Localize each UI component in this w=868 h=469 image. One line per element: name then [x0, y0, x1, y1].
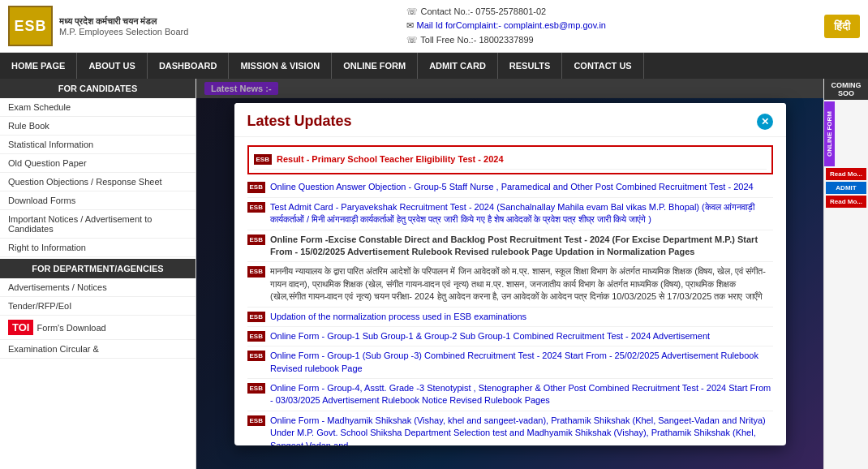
- modal-item-1: ESB Online Question Answer Objection - G…: [247, 178, 773, 197]
- dept-header: FOR DEPARTMENT/AGENCIES: [0, 259, 196, 278]
- contact-info: ☏ Contact No.:- 0755-2578801-02 ✉ Mail I…: [406, 5, 606, 48]
- item-link-2[interactable]: Test Admit Card - Paryavekshak Recruitme…: [270, 201, 773, 226]
- read-more-button-2[interactable]: Read Mo...: [826, 196, 866, 208]
- item-link-3[interactable]: Online Form -Excise Constable Direct and…: [270, 234, 773, 259]
- read-more-button-1[interactable]: Read Mo...: [826, 168, 866, 180]
- mail-info: ✉ Mail Id forComplaint:- complaint.esb@m…: [406, 19, 606, 33]
- navbar: HOME PAGE ABOUT US DASHBOARD MISSION & V…: [0, 53, 868, 79]
- sidebar-item-advertisements[interactable]: Advertisements / Notices: [0, 278, 196, 297]
- right-panel: COMING SOO ONLINE FORM Read Mo... ADMIT …: [823, 79, 868, 469]
- modal-item-6: ESB Online Form - Group-1 Sub Group-1 & …: [247, 327, 773, 346]
- sidebar-item-tender[interactable]: Tender/RFP/EoI: [0, 297, 196, 316]
- item-link-6[interactable]: Online Form - Group-1 Sub Group-1 & Grou…: [270, 330, 710, 342]
- toi-badge: TOI: [8, 320, 33, 335]
- hindi-button[interactable]: हिंदी: [824, 15, 860, 38]
- sidebar-item-download-forms[interactable]: Download Forms: [0, 191, 196, 210]
- item-link-8[interactable]: Online Form - Group-4, Asstt. Grade -3 S…: [270, 382, 773, 407]
- updates-modal: Latest Updates ✕ ESB Result - Primary Sc…: [234, 103, 786, 445]
- nav-dashboard[interactable]: DASHBOARD: [148, 53, 230, 79]
- modal-body: ESB Result - Primary School Teacher Elig…: [234, 137, 786, 445]
- nav-results[interactable]: RESULTS: [498, 53, 563, 79]
- admit-badge: ADMIT: [826, 182, 866, 194]
- nav-about[interactable]: ABOUT US: [77, 53, 147, 79]
- sidebar-item-rule-book[interactable]: Rule Book: [0, 117, 196, 136]
- sidebar-item-exam-circular[interactable]: Examination Circular &: [0, 340, 196, 359]
- item-icon-9: ESB: [247, 415, 265, 426]
- item-link-7[interactable]: Online Form - Group-1 (Sub Group -3) Com…: [270, 350, 773, 375]
- item-icon-1: ESB: [247, 182, 265, 192]
- coming-soon-label: COMING SOO: [824, 79, 868, 100]
- nav-home[interactable]: HOME PAGE: [0, 53, 77, 79]
- item-icon-7: ESB: [247, 351, 265, 361]
- logo-text: ESB: [14, 18, 46, 35]
- modal-item-7: ESB Online Form - Group-1 (Sub Group -3)…: [247, 346, 773, 379]
- logo-box: ESB: [8, 6, 53, 46]
- item-icon-5: ESB: [247, 312, 265, 322]
- modal-overlay: Latest Updates ✕ ESB Result - Primary Sc…: [196, 79, 823, 469]
- main-layout: FOR CANDIDATES Exam Schedule Rule Book S…: [0, 79, 868, 469]
- item-link-1[interactable]: Online Question Answer Objection - Group…: [270, 181, 754, 193]
- nav-contact[interactable]: CONTACT US: [562, 53, 643, 79]
- modal-item-4: ESB माननीय न्यायालय के द्वारा पारित अंतर…: [247, 262, 773, 307]
- item-icon-6: ESB: [247, 331, 265, 342]
- content-area: Latest News :- Welcome Latest Updates ✕ …: [196, 79, 823, 469]
- sidebar: FOR CANDIDATES Exam Schedule Rule Book S…: [0, 79, 196, 469]
- online-form-badge: ONLINE FORM: [824, 101, 835, 166]
- item-icon-2: ESB: [247, 202, 265, 213]
- modal-item-8: ESB Online Form - Group-4, Asstt. Grade …: [247, 379, 773, 411]
- logo-area: ESB मध्य प्रदेश कर्मचारी चयन मंडल M.P. E…: [8, 6, 188, 46]
- candidates-header: FOR CANDIDATES: [0, 79, 196, 98]
- item-icon-3: ESB: [247, 234, 265, 245]
- sidebar-item-objections[interactable]: Question Objections / Response Sheet: [0, 173, 196, 191]
- item-link-0[interactable]: Result - Primary School Teacher Eligibil…: [277, 153, 504, 166]
- phone-icon: ☏: [406, 6, 420, 16]
- tollfree-info: ☏ Toll Free No.:- 18002337899: [406, 33, 606, 48]
- modal-item-0: ESB Result - Primary School Teacher Elig…: [254, 150, 767, 170]
- modal-item-2: ESB Test Admit Card - Paryavekshak Recru…: [247, 198, 773, 230]
- modal-item-3: ESB Online Form -Excise Constable Direct…: [247, 230, 773, 263]
- org-english: M.P. Employees Selection Board: [59, 27, 188, 37]
- featured-modal-item: ESB Result - Primary School Teacher Elig…: [247, 145, 773, 174]
- item-icon-4: ESB: [247, 266, 265, 277]
- item-link-4[interactable]: माननीय न्यायालय के द्वारा पारित अंतरिम आ…: [270, 265, 773, 303]
- item-link-9[interactable]: Online Form - Madhyamik Shikshak (Vishay…: [270, 415, 773, 445]
- phone2-icon: ☏: [406, 35, 420, 45]
- sidebar-item-exam-schedule[interactable]: Exam Schedule: [0, 98, 196, 117]
- nav-mission[interactable]: MISSION & VISION: [229, 53, 332, 79]
- item-icon-8: ESB: [247, 383, 265, 394]
- mail-icon: ✉: [406, 20, 416, 30]
- item-icon-0: ESB: [254, 154, 272, 165]
- modal-title: Latest Updates: [247, 113, 352, 130]
- org-hindi: मध्य प्रदेश कर्मचारी चयन मंडल: [59, 16, 188, 27]
- page-header: ESB मध्य प्रदेश कर्मचारी चयन मंडल M.P. E…: [0, 0, 868, 53]
- sidebar-item-notices[interactable]: Important Notices / Advertisement to Can…: [0, 210, 196, 239]
- sidebar-item-rti[interactable]: Right to Information: [0, 239, 196, 257]
- sidebar-item-statistical[interactable]: Statistical Information: [0, 136, 196, 154]
- nav-online-form[interactable]: ONLINE FORM: [332, 53, 418, 79]
- modal-close-button[interactable]: ✕: [757, 114, 773, 130]
- org-name: मध्य प्रदेश कर्मचारी चयन मंडल M.P. Emplo…: [59, 16, 188, 37]
- modal-item-9: ESB Online Form - Madhyamik Shikshak (Vi…: [247, 411, 773, 445]
- modal-header: Latest Updates ✕: [234, 103, 786, 137]
- sidebar-item-old-question[interactable]: Old Question Paper: [0, 154, 196, 173]
- nav-admit-card[interactable]: ADMIT CARD: [418, 53, 498, 79]
- sidebar-item-forms-download[interactable]: TOI Form's Download: [0, 316, 196, 340]
- item-link-5[interactable]: Updation of the normalization process us…: [270, 311, 526, 323]
- contact-no: ☏ Contact No.:- 0755-2578801-02: [406, 5, 606, 19]
- modal-item-5: ESB Updation of the normalization proces…: [247, 308, 773, 327]
